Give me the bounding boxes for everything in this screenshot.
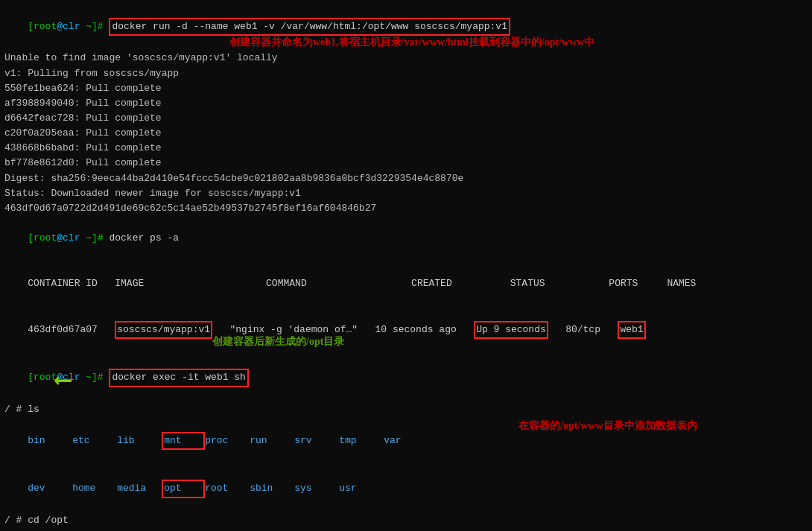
name-box: web1 <box>618 321 645 339</box>
line-status: Status: Downloaded newer image for soscs… <box>4 186 808 201</box>
status-box: Up 9 seconds <box>474 321 548 339</box>
line-pull6: bf778e8612d0: Pull complete <box>4 156 808 171</box>
line-docker-exec: [root@clr ~]# docker exec -it web1 sh <box>4 354 808 401</box>
line-hash: 463df0d67a0722d2d491de69c62c5c14ae52b495… <box>4 201 808 216</box>
ps-header: CONTAINER ID IMAGE COMMAND CREATED STATU… <box>4 261 808 305</box>
at-clr-2: @clr <box>57 232 80 244</box>
line-pull1: 550fe1bea624: Pull complete <box>4 81 808 96</box>
line-unable: Unable to find image 'soscscs/myapp:v1' … <box>4 51 808 66</box>
image-box: soscscs/myapp:v1 <box>115 321 212 339</box>
line-docker-run: [root@clr ~]# docker run -d --name web1 … <box>4 3 808 51</box>
mnt-box: mnt <box>162 432 205 450</box>
tilde-3: ~]# <box>80 372 109 383</box>
line-pull3: d6642feac728: Pull complete <box>4 111 808 126</box>
ps-row: 463df0d67a07 soscscs/myapp:v1 "nginx -g … <box>4 306 808 354</box>
line-ls1: / # ls <box>4 402 808 417</box>
cmd-ps: docker ps -a <box>109 232 179 244</box>
tilde-1: ~]# <box>80 21 109 32</box>
at-clr-3: @clr <box>57 372 80 383</box>
ls-row2: devhomemediaoptrootsbinsysusr <box>4 465 808 512</box>
opt-box: opt <box>162 480 205 497</box>
line-pull2: af3988949040: Pull complete <box>4 96 808 111</box>
tilde-2: ~]# <box>80 232 109 244</box>
cmd-docker-run: docker run -d --name web1 -v /var/www/ht… <box>109 18 510 36</box>
line-pull4: c20f0a205eaa: Pull complete <box>4 126 808 141</box>
line-v1-pulling: v1: Pulling from soscscs/myapp <box>4 66 808 81</box>
line-docker-ps: [root@clr ~]# docker ps -a <box>4 216 808 261</box>
line-digest: Digest: sha256:9eeca44ba2d410e54fccc54cb… <box>4 171 808 186</box>
line-pull5: 438668b6babd: Pull complete <box>4 141 808 156</box>
at-clr-1: @clr <box>57 21 80 32</box>
prompt-2: [root <box>28 232 57 244</box>
cmd-exec: docker exec -it web1 sh <box>109 369 248 387</box>
prompt-3: [root <box>28 372 57 383</box>
prompt-1: [root <box>28 21 57 32</box>
line-opt-ls: /opt # ls <box>4 528 808 531</box>
terminal-window: [root@clr ~]# docker run -d --name web1 … <box>0 0 812 531</box>
line-cd-opt: / # cd /opt <box>4 513 808 528</box>
ls-row1: binetclibmntprocrunsrvtmpvar <box>4 417 808 465</box>
